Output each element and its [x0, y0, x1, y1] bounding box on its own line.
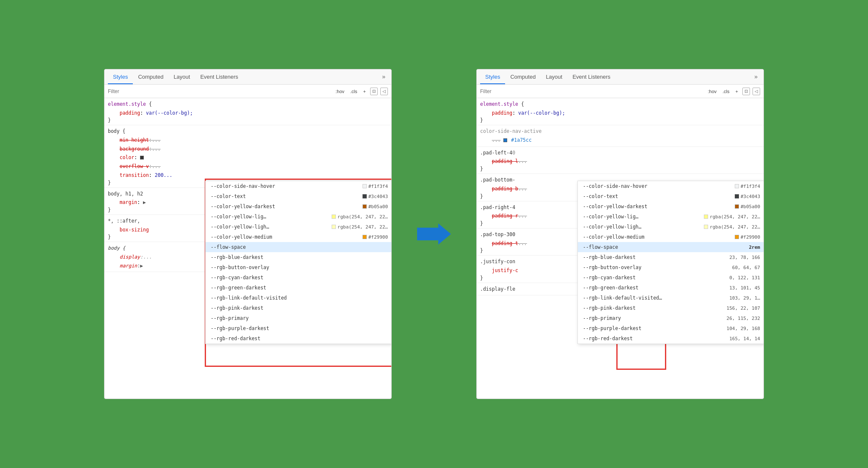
left-tab-bar: Styles Computed Layout Event Listeners » — [104, 69, 391, 85]
right-autocomplete-dropdown: --color-side-nav-hover #f1f3f4 --color-t… — [577, 181, 764, 344]
left-ac-swatch-5 — [363, 235, 367, 239]
right-autocomplete-item-8[interactable]: --rgb-button-overlay 60, 64, 67 — [578, 262, 764, 273]
left-ac-value-4: rgba(254, 247, 22… — [332, 224, 388, 230]
left-ac-swatch-2 — [363, 204, 367, 209]
left-autocomplete-item-5[interactable]: --color-yellow-medium #f29900 — [206, 232, 391, 242]
right-selector-nav-active: color-side-nav-active — [480, 127, 760, 136]
right-filter-icon-back[interactable]: ◁ — [753, 88, 760, 95]
right-ac-swatch-1 — [735, 194, 739, 198]
left-prop-color: color: — [108, 153, 388, 162]
left-autocomplete-item-10[interactable]: --rgb-green-darkest — [206, 283, 391, 293]
right-ac-value-0: #f1f3f4 — [735, 184, 760, 189]
left-ac-name-4: --color-yellow-ligh… — [211, 224, 269, 230]
left-tab-event-listeners[interactable]: Event Listeners — [195, 70, 243, 84]
right-ac-name-7: --rgb-blue-darkest — [583, 254, 636, 260]
right-autocomplete-item-15[interactable]: --rgb-red-darkest 165, 14, 14 — [578, 333, 764, 344]
right-filter-cls[interactable]: .cls — [721, 88, 731, 95]
left-autocomplete-item-3[interactable]: --color-yellow-lig… rgba(254, 247, 22… — [206, 212, 391, 222]
left-autocomplete-item-6[interactable]: --flow-space — [206, 242, 391, 252]
left-autocomplete-item-13[interactable]: --rgb-primary — [206, 313, 391, 323]
left-ac-name-0: --color-side-nav-hover — [211, 183, 275, 189]
left-autocomplete-item-8[interactable]: --rgb-button-overlay — [206, 262, 391, 273]
left-autocomplete-item-14[interactable]: --rgb-purple-darkest — [206, 323, 391, 333]
left-prop-background: background:... — [108, 145, 388, 154]
right-autocomplete-item-13[interactable]: --rgb-primary 26, 115, 232 — [578, 313, 764, 323]
left-ac-value-1: #3c4043 — [363, 194, 388, 199]
left-ac-name-8: --rgb-button-overlay — [211, 264, 269, 270]
right-autocomplete-item-1[interactable]: --color-text #3c4043 — [578, 191, 764, 201]
right-tab-event-listeners[interactable]: Event Listeners — [567, 70, 615, 84]
left-ac-name-11: --rgb-link-default-visited — [211, 295, 287, 301]
left-autocomplete-item-2[interactable]: --color-yellow-darkest #b05a00 — [206, 201, 391, 212]
left-filter-input[interactable] — [108, 88, 330, 94]
left-filter-actions: :hov .cls + ⊡ ◁ — [334, 88, 388, 95]
right-filter-plus[interactable]: + — [734, 88, 740, 95]
right-ac-swatch-4 — [704, 225, 708, 229]
left-filter-icon-back[interactable]: ◁ — [380, 88, 388, 95]
right-filter-bar: :hov .cls + ⊡ ◁ — [477, 85, 764, 98]
left-filter-cls[interactable]: .cls — [349, 88, 359, 95]
left-filter-plus[interactable]: + — [362, 88, 368, 95]
left-ac-swatch-1 — [363, 194, 367, 198]
right-css-block-nav-active: color-side-nav-active ... #1a75cc — [477, 125, 764, 146]
right-ac-value-15: 165, 14, 14 — [729, 336, 760, 341]
left-autocomplete-item-12[interactable]: --rgb-pink-darkest — [206, 303, 391, 313]
left-autocomplete-item-4[interactable]: --color-yellow-ligh… rgba(254, 247, 22… — [206, 222, 391, 232]
left-autocomplete-item-11[interactable]: --rgb-link-default-visited — [206, 293, 391, 303]
left-css-block-body: body { min-height:... background:... col… — [104, 125, 391, 187]
right-ac-value-7: 23, 78, 166 — [729, 255, 760, 260]
right-ac-swatch-3 — [704, 215, 708, 219]
left-tab-computed[interactable]: Computed — [133, 70, 168, 84]
right-autocomplete-item-11[interactable]: --rgb-link-default-visited… 103, 29, 1… — [578, 293, 764, 303]
right-ac-value-10: 13, 101, 45 — [729, 285, 760, 291]
left-autocomplete-item-9[interactable]: --rgb-cyan-darkest — [206, 273, 391, 283]
right-autocomplete-item-5[interactable]: --color-yellow-medium #f29900 — [578, 232, 764, 242]
right-ac-swatch-5 — [735, 235, 739, 239]
left-selector-body: body { — [108, 127, 388, 136]
left-autocomplete-item-15[interactable]: --rgb-red-darkest — [206, 333, 391, 344]
left-ac-name-2: --color-yellow-darkest — [211, 204, 275, 209]
right-ac-value-2: #b05a00 — [735, 204, 760, 209]
right-ac-name-0: --color-side-nav-hover — [583, 183, 647, 189]
left-autocomplete-item-7[interactable]: --rgb-blue-darkest — [206, 252, 391, 262]
arrow-container — [417, 223, 451, 245]
right-tab-computed[interactable]: Computed — [505, 70, 541, 84]
left-autocomplete-item-0[interactable]: --color-side-nav-hover #f1f3f4 — [206, 181, 391, 191]
right-filter-input[interactable] — [480, 88, 703, 94]
right-tab-more[interactable]: » — [752, 73, 760, 81]
left-ac-name-10: --rgb-green-darkest — [211, 285, 266, 291]
right-ac-value-12: 156, 22, 107 — [727, 306, 760, 311]
left-tab-styles[interactable]: Styles — [108, 70, 133, 84]
right-autocomplete-item-2[interactable]: --color-yellow-darkest #b05a00 — [578, 201, 764, 212]
left-filter-hov[interactable]: :hov — [334, 88, 346, 95]
right-autocomplete-item-14[interactable]: --rgb-purple-darkest 104, 29, 168 — [578, 323, 764, 333]
right-autocomplete-item-4[interactable]: --color-yellow-ligh… rgba(254, 247, 22… — [578, 222, 764, 232]
right-filter-hov[interactable]: :hov — [706, 88, 718, 95]
left-tab-more[interactable]: » — [379, 73, 388, 81]
left-ac-swatch-4 — [332, 225, 336, 229]
right-tab-styles[interactable]: Styles — [480, 70, 505, 84]
right-autocomplete-item-0[interactable]: --color-side-nav-hover #f1f3f4 — [578, 181, 764, 191]
right-ac-value-8: 60, 64, 67 — [732, 265, 760, 270]
left-autocomplete-item-1[interactable]: --color-text #3c4043 — [206, 191, 391, 201]
left-prop-overflow: overflow-v:... — [108, 162, 388, 171]
left-ac-value-0: #f1f3f4 — [363, 184, 388, 189]
right-ac-value-14: 104, 29, 168 — [727, 326, 760, 331]
right-ac-value-1: #3c4043 — [735, 194, 760, 199]
right-filter-icon-box[interactable]: ⊡ — [742, 88, 750, 95]
left-ac-swatch-3 — [332, 215, 336, 219]
right-prop-padding: padding: var(--color-bg); — [480, 109, 760, 118]
right-ac-name-11: --rgb-link-default-visited… — [583, 295, 662, 301]
right-ac-name-5: --color-yellow-medium — [583, 234, 644, 240]
right-autocomplete-item-6[interactable]: --flow-space 2rem — [578, 242, 764, 252]
right-css-block-element-style: element.style { padding: var(--color-bg)… — [477, 98, 764, 125]
left-tab-layout[interactable]: Layout — [168, 70, 195, 84]
right-autocomplete-item-10[interactable]: --rgb-green-darkest 13, 101, 45 — [578, 283, 764, 293]
left-prop-padding: padding: var(--color-bg); — [108, 109, 388, 118]
right-autocomplete-item-9[interactable]: --rgb-cyan-darkest 0, 122, 131 — [578, 273, 764, 283]
right-autocomplete-item-7[interactable]: --rgb-blue-darkest 23, 78, 166 — [578, 252, 764, 262]
right-tab-layout[interactable]: Layout — [541, 70, 567, 84]
right-autocomplete-item-3[interactable]: --color-yellow-lig… rgba(254, 247, 22… — [578, 212, 764, 222]
right-autocomplete-item-12[interactable]: --rgb-pink-darkest 156, 22, 107 — [578, 303, 764, 313]
left-filter-icon-box[interactable]: ⊡ — [370, 88, 378, 95]
